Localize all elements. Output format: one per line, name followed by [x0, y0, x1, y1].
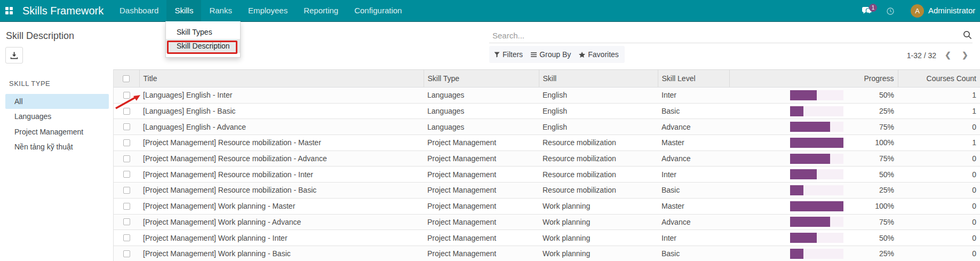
- sidebar-item[interactable]: All: [5, 94, 109, 109]
- user-avatar[interactable]: A: [911, 4, 924, 18]
- group-by-button[interactable]: Group By: [531, 50, 571, 59]
- row-checkbox[interactable]: [123, 92, 130, 99]
- favorites-button[interactable]: Favorites: [579, 50, 619, 59]
- cell-title: [Project Management] Resource mobilizati…: [139, 167, 424, 183]
- sidebar-item[interactable]: Project Management: [5, 124, 109, 139]
- sidebar-item[interactable]: Nền tảng kỹ thuật: [5, 139, 109, 154]
- column-header-skill[interactable]: Skill: [539, 70, 658, 88]
- row-checkbox[interactable]: [123, 234, 130, 241]
- progress-bar: [790, 122, 843, 132]
- top-menu-item-employees[interactable]: Employees: [240, 0, 296, 21]
- table-row[interactable]: [Project Management] Resource mobilizati…: [114, 183, 980, 199]
- sidebar-item[interactable]: Languages: [5, 109, 109, 124]
- top-menu: DashboardSkillsRanksEmployeesReportingCo…: [111, 0, 410, 21]
- messages-count-badge[interactable]: 1: [869, 4, 877, 12]
- column-header-skill-level[interactable]: Skill Level: [658, 70, 729, 88]
- row-checkbox[interactable]: [123, 250, 130, 257]
- row-checkbox[interactable]: [123, 203, 130, 210]
- activity-clock-icon[interactable]: [887, 7, 894, 15]
- select-all-checkbox[interactable]: [123, 75, 130, 82]
- top-menu-item-skills[interactable]: Skills: [166, 0, 201, 21]
- row-checkbox[interactable]: [123, 108, 130, 115]
- row-checkbox[interactable]: [123, 218, 130, 225]
- cell-title: [Languages] English - Basic: [139, 103, 424, 119]
- skill-description-table: TitleSkill TypeSkillSkill LevelProgressC…: [114, 69, 980, 261]
- cell-courses-count: 0: [898, 230, 980, 246]
- row-checkbox[interactable]: [123, 155, 130, 162]
- cell-skill-level: Inter: [658, 167, 729, 183]
- cell-skill: English: [539, 88, 658, 104]
- app-brand-title[interactable]: Skills Framework: [22, 0, 103, 21]
- progress-value: 75%: [843, 218, 894, 226]
- progress-bar: [790, 185, 843, 195]
- cell-title: [Project Management] Work planning - Bas…: [139, 246, 424, 261]
- column-header-progress[interactable]: Progress: [729, 70, 898, 88]
- table-row[interactable]: [Project Management] Resource mobilizati…: [114, 151, 980, 167]
- cell-progress: 75%: [729, 119, 898, 135]
- download-icon: [10, 51, 18, 59]
- row-checkbox[interactable]: [123, 171, 130, 178]
- progress-value: 75%: [843, 154, 894, 163]
- progress-value: 75%: [843, 123, 894, 131]
- table-row[interactable]: [Project Management] Work planning - Mas…: [114, 198, 980, 214]
- column-header-checkbox: [114, 70, 139, 88]
- progress-bar: [790, 90, 843, 100]
- search-icon[interactable]: [963, 30, 972, 39]
- progress-bar: [790, 169, 843, 179]
- cell-skill-type: Project Management: [424, 135, 539, 151]
- table-row[interactable]: [Project Management] Resource mobilizati…: [114, 167, 980, 183]
- table-row[interactable]: [Project Management] Work planning - Adv…: [114, 214, 980, 230]
- column-header-courses-count[interactable]: Courses Count: [898, 70, 980, 88]
- progress-bar: [790, 138, 843, 148]
- cell-skill-type: Project Management: [424, 214, 539, 230]
- cell-skill-level: Inter: [658, 88, 729, 104]
- row-checkbox[interactable]: [123, 187, 130, 194]
- cell-title: [Project Management] Work planning - Mas…: [139, 198, 424, 214]
- table-row[interactable]: [Languages] English - AdvanceLanguagesEn…: [114, 119, 980, 135]
- cell-skill-type: Project Management: [424, 151, 539, 167]
- column-header-skill-type[interactable]: Skill Type: [424, 70, 539, 88]
- top-menu-item-configuration[interactable]: Configuration: [346, 0, 410, 21]
- progress-value: 100%: [843, 138, 894, 147]
- cell-skill-level: Advance: [658, 214, 729, 230]
- row-checkbox[interactable]: [123, 123, 130, 130]
- cell-courses-count: 0: [898, 198, 980, 214]
- cell-courses-count: 0: [898, 183, 980, 199]
- favorites-star-icon: [579, 52, 585, 58]
- cell-title: [Project Management] Work planning - Int…: [139, 230, 424, 246]
- pager-previous-button[interactable]: ❮: [945, 51, 951, 59]
- cell-progress: 25%: [729, 103, 898, 119]
- cell-skill-level: Master: [658, 198, 729, 214]
- table-row[interactable]: [Languages] English - InterLanguagesEngl…: [114, 88, 980, 104]
- table-row[interactable]: [Project Management] Work planning - Bas…: [114, 246, 980, 261]
- pager-next-button[interactable]: ❯: [962, 51, 968, 59]
- cell-title: [Project Management] Work planning - Adv…: [139, 214, 424, 230]
- cell-skill: Work planning: [539, 214, 658, 230]
- table-row[interactable]: [Languages] English - BasicLanguagesEngl…: [114, 103, 980, 119]
- column-header-title[interactable]: Title: [139, 70, 424, 88]
- apps-menu-icon[interactable]: [5, 7, 13, 14]
- row-checkbox[interactable]: [123, 139, 130, 146]
- top-menu-item-reporting[interactable]: Reporting: [296, 0, 346, 21]
- user-name[interactable]: Administrator: [928, 0, 975, 21]
- cell-courses-count: 1: [898, 135, 980, 151]
- table-row[interactable]: [Project Management] Work planning - Int…: [114, 230, 980, 246]
- cell-courses-count: 0: [898, 119, 980, 135]
- cell-progress: 75%: [729, 151, 898, 167]
- cell-courses-count: 0: [898, 151, 980, 167]
- cell-progress: 50%: [729, 88, 898, 104]
- top-menu-item-ranks[interactable]: Ranks: [201, 0, 240, 21]
- top-menu-item-dashboard[interactable]: Dashboard: [111, 0, 166, 21]
- cell-courses-count: 1: [898, 88, 980, 104]
- cell-skill: Resource mobilization: [539, 151, 658, 167]
- search-input[interactable]: [489, 28, 959, 42]
- progress-bar: [790, 249, 843, 259]
- dropdown-item-skill-types[interactable]: Skill Types: [166, 25, 240, 39]
- filters-button[interactable]: Filters: [494, 50, 523, 59]
- export-button[interactable]: [5, 47, 23, 64]
- table-row[interactable]: [Project Management] Resource mobilizati…: [114, 135, 980, 151]
- cell-skill-level: Basic: [658, 183, 729, 199]
- cell-skill: English: [539, 103, 658, 119]
- search-underline: [489, 43, 973, 43]
- progress-bar: [790, 106, 843, 116]
